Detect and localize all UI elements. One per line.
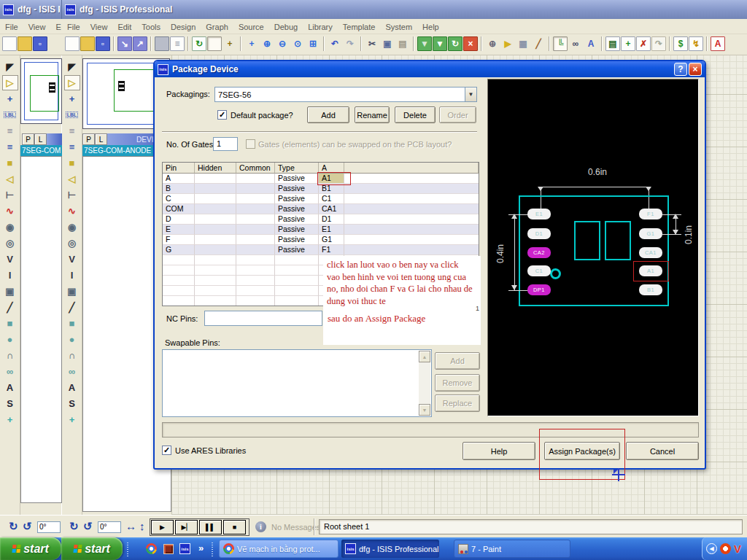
nc-pins-input[interactable] (204, 311, 322, 326)
empty-cell[interactable] (195, 276, 236, 286)
device-pin-icon[interactable]: ⊢ (2, 187, 18, 203)
start-button[interactable]: start (61, 537, 123, 560)
packaging-tool-icon[interactable]: ▦ (516, 36, 530, 51)
rotation-angle-field[interactable]: 0° (98, 521, 121, 533)
common-cell[interactable] (236, 225, 275, 235)
pad-F1[interactable]: F1 (639, 209, 662, 219)
empty-cell[interactable] (275, 255, 319, 265)
start-button-back[interactable]: start (0, 537, 61, 560)
empty-cell[interactable] (236, 286, 275, 296)
filler-cell[interactable] (344, 225, 479, 235)
2d-marker-icon[interactable]: + (2, 412, 18, 427)
delete-package-button[interactable]: Delete (395, 106, 436, 123)
2d-box-icon[interactable]: ■ (64, 316, 80, 331)
pad-D1[interactable]: D1 (527, 228, 551, 239)
graph-mode-icon[interactable]: ∿ (64, 203, 80, 219)
remove-sheet-icon[interactable]: ✗ (636, 36, 651, 51)
pin-row[interactable]: BPassiveB1 (163, 184, 479, 194)
gate-a-cell[interactable]: D1 (319, 214, 344, 225)
hidden-cell[interactable] (195, 194, 236, 204)
common-cell[interactable] (236, 235, 275, 245)
common-cell[interactable] (236, 214, 275, 225)
rotate-ccw-icon[interactable]: ↺ (23, 520, 32, 533)
stop-button[interactable]: ■ (223, 520, 246, 534)
current-probe-icon[interactable]: I (2, 268, 18, 283)
empty-cell[interactable] (236, 296, 275, 306)
bus-icon[interactable]: ≡ (64, 139, 80, 155)
pin-cell[interactable]: F (163, 235, 195, 245)
taskbar-task-isis[interactable]: isisdfg - ISIS Professional (341, 540, 439, 558)
zoom-all-icon[interactable]: ⊙ (290, 36, 305, 51)
gate-a-cell[interactable]: B1 (319, 184, 344, 194)
menu-item-file[interactable]: File (67, 23, 80, 31)
pin-cell[interactable]: B (163, 184, 195, 194)
chevron-down-icon[interactable]: ▼ (465, 87, 477, 102)
search-tag-icon[interactable]: ∞ (568, 36, 583, 51)
text-script-icon[interactable]: ≡ (64, 123, 80, 139)
gate-a-cell[interactable]: E1 (319, 225, 344, 235)
filler-cell[interactable] (344, 194, 479, 204)
common-cell[interactable] (236, 194, 275, 204)
menu-item-library[interactable]: Library (308, 23, 333, 31)
type-cell[interactable]: Passive (275, 204, 319, 214)
pick-devices-button[interactable]: P (22, 133, 34, 145)
pad-DP1[interactable]: DP1 (527, 284, 551, 295)
empty-cell[interactable] (163, 296, 195, 306)
terminal-icon[interactable]: ◁ (2, 171, 18, 187)
overview-pane-back[interactable] (20, 58, 62, 124)
toggle-grid-icon[interactable] (207, 36, 222, 51)
swap-replace-button[interactable]: Replace (435, 394, 480, 412)
2d-text-icon[interactable]: A (64, 380, 80, 395)
zoom-in-icon[interactable]: ⊕ (260, 36, 274, 51)
hidden-cell[interactable] (195, 184, 236, 194)
component-mode-icon[interactable]: ▷ (64, 75, 80, 90)
pad-G1[interactable]: G1 (639, 228, 662, 239)
2d-line-icon[interactable]: ╱ (64, 300, 80, 315)
rotate-cw-icon[interactable]: ↻ (9, 520, 18, 533)
block-move-icon[interactable]: ▼ (433, 36, 447, 51)
junction-dot-icon[interactable]: + (64, 91, 80, 106)
tray-opera-icon[interactable] (720, 543, 731, 554)
type-cell[interactable]: Passive (275, 184, 319, 194)
2d-path-icon[interactable]: ∞ (64, 364, 80, 379)
device-list-item-selected[interactable]: 7SEG-COM (20, 145, 62, 156)
new-file-icon[interactable] (2, 36, 17, 51)
menu-item-help[interactable]: Help (422, 23, 439, 31)
gates-count-input[interactable]: 1 (213, 137, 238, 151)
menu-item-source[interactable]: Source (239, 23, 264, 31)
cut-icon[interactable]: ✂ (365, 36, 379, 51)
save-file-icon[interactable]: ▫ (33, 36, 47, 51)
filler-cell[interactable] (344, 204, 479, 214)
scroll-up-icon[interactable]: ▲ (419, 351, 430, 362)
pick-parts-icon[interactable]: ⊕ (485, 36, 500, 51)
2d-text-icon[interactable]: A (2, 380, 18, 395)
2d-arc-icon[interactable]: ∩ (64, 348, 80, 363)
common-cell[interactable] (236, 184, 275, 194)
rotation-angle-field[interactable]: 0° (37, 521, 61, 533)
library-manage-button[interactable]: L (95, 133, 107, 145)
make-device-icon[interactable]: ▶ (500, 36, 515, 51)
pin-cell[interactable]: G (163, 245, 195, 255)
save-file-icon[interactable]: ▫ (96, 36, 110, 51)
empty-cell[interactable] (275, 265, 319, 276)
text-script-icon[interactable]: ≡ (2, 123, 18, 139)
type-cell[interactable]: Passive (275, 225, 319, 235)
paste-icon[interactable]: ▤ (395, 36, 410, 51)
filler-cell[interactable] (344, 235, 479, 245)
voltage-probe-icon[interactable]: V (64, 252, 80, 267)
2d-circle-icon[interactable]: ● (64, 332, 80, 347)
menu-item-edit[interactable]: Edit (55, 23, 61, 31)
import-section-icon[interactable]: ↘ (117, 36, 132, 51)
generator-icon[interactable]: ◎ (2, 236, 18, 251)
menu-item-view[interactable]: View (90, 23, 108, 31)
2d-line-icon[interactable]: ╱ (2, 300, 18, 315)
origin-icon[interactable]: + (222, 36, 237, 51)
empty-cell[interactable] (275, 276, 319, 286)
block-copy-icon[interactable]: ▼ (417, 36, 432, 51)
scroll-down-icon[interactable]: ▼ (419, 404, 430, 416)
help-button[interactable]: Help (462, 442, 535, 460)
empty-cell[interactable] (195, 255, 236, 265)
menu-item-edit[interactable]: Edit (117, 23, 131, 31)
quicklaunch-overflow-chevron[interactable]: » (198, 542, 204, 553)
play-button[interactable]: ▶ (151, 520, 174, 534)
